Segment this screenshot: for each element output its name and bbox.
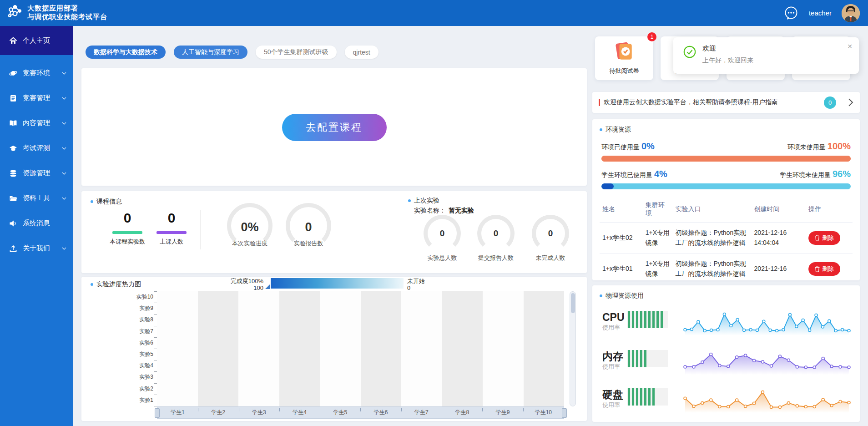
sidebar-item-exam-eval[interactable]: 考试评测 — [0, 136, 73, 161]
delete-button[interactable]: 删除 — [808, 231, 840, 245]
heatmap-column — [238, 291, 279, 406]
sidebar-item-competition-mgmt[interactable]: 竞赛管理 — [0, 86, 73, 111]
col-entry: 实验入口 — [673, 197, 752, 223]
submitted-report-gauge: 0 提交报告人数 — [477, 215, 515, 252]
app-title: 大数据应用部署 与调优职业技能考试平台 — [27, 4, 107, 21]
scrollbar-thumb[interactable] — [571, 293, 575, 313]
tab-course-1[interactable]: 数据科学与大数据技术 — [86, 46, 166, 59]
cpu-usage-row: CPU 使用率 — [600, 308, 853, 341]
heatmap-y-label: 实验7 — [85, 326, 153, 337]
heatmap-legend-gradient[interactable] — [271, 278, 404, 289]
heatmap-legend-min: 未开始 0 — [407, 278, 434, 291]
toast-title: 欢迎 — [702, 44, 716, 53]
tab-course-3[interactable]: 50个学生集群测试班级 — [256, 46, 337, 59]
tab-course-4[interactable]: qjrtest — [345, 46, 378, 59]
notification-badge: 1 — [647, 32, 656, 41]
sidebar-menu: 竞赛环境 竞赛管理 内容管理 考试评测 资源管理 资料工具 — [0, 61, 73, 261]
sidebar: 个人主页 竞赛环境 竞赛管理 内容管理 考试评测 资源管理 — [0, 26, 73, 426]
logo-molecule-icon — [6, 4, 24, 21]
top-bar: 大数据应用部署 与调优职业技能考试平台 teacher — [0, 0, 868, 26]
configure-course-button[interactable]: 去配置课程 — [282, 114, 387, 141]
sidebar-item-competition-env[interactable]: 竞赛环境 — [0, 61, 73, 86]
heatmap-title: 实验进度热力图 — [91, 280, 141, 289]
student-env-unused-value: 96% — [833, 169, 851, 179]
heatmap-x-label: 学生6 — [360, 407, 401, 418]
message-icon[interactable] — [783, 5, 799, 21]
close-icon[interactable]: ✕ — [847, 43, 853, 50]
tab-course-2[interactable]: 人工智能与深度学习 — [174, 46, 247, 59]
env-unused-value: 100% — [828, 141, 851, 151]
avatar[interactable] — [842, 4, 860, 22]
heatmap-legend-marker[interactable] — [265, 284, 270, 289]
cell-name: 1+x学生02 — [600, 223, 643, 254]
heatmap-column — [483, 291, 524, 406]
sidebar-item-home[interactable]: 个人主页 — [0, 26, 73, 55]
heatmap-x-label: 学生1 — [157, 407, 198, 418]
disk-usage-row: 硬盘 使用率 — [600, 385, 853, 418]
chevron-right-icon[interactable] — [848, 98, 853, 106]
gauge-label: 实验报告数 — [277, 239, 340, 248]
slider-handle-left[interactable] — [155, 408, 160, 418]
heatmap-column — [442, 291, 483, 406]
env-used-label: 环境已使用量0% — [601, 141, 655, 152]
trash-icon — [815, 235, 820, 241]
memory-sublabel: 使用率 — [602, 363, 620, 371]
table-row: 1+x学生02 1+X专用镜像 初级操作题：Python实现工厂的流水线的操作逻… — [600, 223, 853, 254]
sidebar-item-label: 个人主页 — [23, 36, 50, 45]
heatmap-x-label: 学生2 — [198, 407, 238, 418]
sidebar-item-about-us[interactable]: 关于我们 — [0, 236, 73, 261]
stat-underline — [112, 231, 142, 234]
slider-handle-right[interactable] — [562, 408, 567, 418]
gauge-value: 0 — [477, 228, 515, 238]
gauge-value: 0 — [424, 228, 461, 238]
disk-stripe-gauge — [627, 388, 668, 406]
sidebar-item-content-mgmt[interactable]: 内容管理 — [0, 111, 73, 136]
cell-name: 1+x学生01 — [600, 254, 643, 280]
course-info-title: 课程信息 — [91, 198, 122, 206]
sidebar-item-system-messages[interactable]: 系统消息 — [0, 211, 73, 236]
course-info-card: 课程信息 0 本课程实验数 0 上课人数 0% 本次实验进度 0 实验报告数 上… — [81, 191, 587, 273]
heatmap-y-label: 实验2 — [85, 383, 153, 395]
speaker-icon — [9, 219, 17, 228]
sidebar-item-resource-mgmt[interactable]: 资源管理 — [0, 161, 73, 186]
stat-label: 上课人数 — [144, 238, 199, 246]
col-created: 创建时间 — [752, 197, 806, 223]
delete-button[interactable]: 删除 — [808, 262, 840, 276]
student-env-usage-fill — [601, 183, 614, 189]
cell-entry: 初级操作题：Python实现工厂的流水线的操作逻辑 — [673, 223, 752, 254]
cpu-sublabel: 使用率 — [602, 324, 620, 332]
stat-underline — [156, 231, 187, 234]
heatmap-y-label: 实验8 — [85, 314, 153, 325]
sidebar-item-label: 关于我们 — [23, 244, 50, 253]
welcome-toast: 欢迎 上午好，欢迎回来 ✕ — [673, 37, 859, 74]
platform-notice-bar[interactable]: 欢迎使用云创大数据实验平台，相关帮助请参照课程-用户指南 0 — [592, 92, 860, 113]
cell-entry: 初级操作题：Python实现工厂的流水线的操作逻辑 — [673, 254, 752, 280]
heatmap-x-slider[interactable]: 学生1学生2学生3学生4学生5学生6学生7学生8学生9学生10 — [157, 406, 564, 419]
heatmap-x-label: 学生10 — [523, 407, 564, 418]
pending-exam-card[interactable]: 待批阅试卷 1 — [595, 36, 653, 80]
cpu-stripe-gauge — [627, 311, 668, 328]
env-usage-fill — [601, 156, 851, 162]
database-icon — [9, 169, 17, 178]
student-env-table: 姓名 集群环境 实验入口 创建时间 操作 1+x学生02 1+X专用镜像 初级操… — [600, 197, 853, 280]
last-experiment-title: 上次实验 — [408, 197, 439, 205]
folder-icon — [9, 194, 17, 203]
sidebar-item-material-tools[interactable]: 资料工具 — [0, 186, 73, 211]
gauge-value: 0 — [532, 228, 569, 238]
env-used-value: 0% — [641, 141, 655, 151]
sidebar-item-label: 资源管理 — [23, 169, 50, 178]
heatmap-column — [157, 291, 198, 406]
progress-gauge: 0% 本次实验进度 — [227, 203, 273, 248]
heatmap-y-label: 实验9 — [85, 303, 153, 314]
student-env-usage-bar — [601, 183, 851, 189]
chevron-down-icon — [62, 122, 66, 125]
chevron-down-icon — [62, 72, 66, 75]
heatmap-x-label: 学生5 — [320, 407, 360, 418]
heatmap-x-label: 学生3 — [239, 407, 279, 418]
heatmap-vertical-scrollbar[interactable] — [570, 291, 576, 406]
env-resources-title: 环境资源 — [600, 126, 853, 134]
env-usage-bar — [601, 156, 851, 162]
username[interactable]: teacher — [809, 9, 832, 17]
cpu-label: CPU — [602, 312, 625, 323]
heatmap-y-label: 实验1 — [85, 395, 153, 406]
